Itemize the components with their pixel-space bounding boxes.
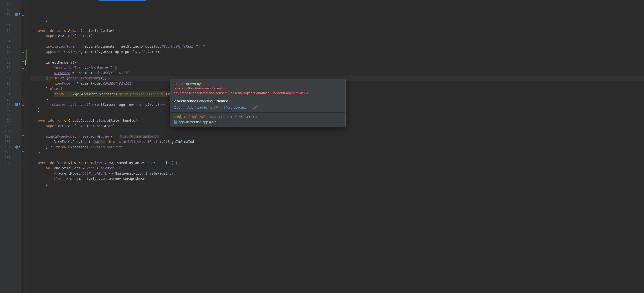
line-number[interactable]: 102	[0, 134, 10, 139]
line-number[interactable]: 103	[0, 139, 10, 144]
code-line[interactable]	[30, 128, 644, 134]
fold-handle-icon[interactable]	[22, 104, 24, 106]
fold-handle-icon[interactable]	[22, 67, 24, 69]
code-line[interactable]: } ?: throw Exception("Invalid Activity")	[30, 144, 644, 150]
popup-exception: java.lang.IllegalArgumentException	[174, 86, 342, 91]
module-folder-icon	[174, 121, 177, 124]
code-line[interactable]	[30, 155, 644, 160]
line-number[interactable]: 98	[0, 113, 10, 118]
line-number[interactable]: 105	[0, 150, 10, 155]
line-number[interactable]: 88	[0, 60, 10, 65]
code-line[interactable]	[30, 39, 644, 44]
code-line[interactable]: else -> NautmAnalytics.ConsentDevicePage…	[30, 176, 644, 181]
code-line[interactable]: super.onAttach(context)	[30, 33, 644, 39]
popup-title: Crash caused by:	[174, 82, 342, 86]
code-line[interactable]: override fun onAttach(context: Context) …	[30, 28, 644, 33]
fold-handle-icon[interactable]	[22, 51, 24, 53]
line-number[interactable]: 90	[0, 70, 10, 76]
fold-gutter[interactable]	[21, 0, 26, 293]
fold-handle-icon[interactable]	[22, 146, 24, 148]
fold-handle-icon[interactable]	[22, 56, 24, 58]
override-gutter-icon[interactable]	[15, 13, 18, 16]
code-line[interactable]: viewMode = FragmentMode.ACCEPT_INVITE	[30, 70, 644, 76]
line-number[interactable]: 93	[0, 86, 10, 91]
line-number[interactable]: 97	[0, 107, 10, 113]
vcs-change-mark	[26, 49, 27, 54]
line-number[interactable]: 91	[0, 76, 10, 81]
more-actions-link[interactable]: More actions…	[224, 105, 248, 109]
code-line[interactable]	[30, 23, 644, 28]
vcs-change-mark	[26, 54, 27, 60]
line-number[interactable]: 92	[0, 81, 10, 86]
line-number[interactable]: 77	[0, 2, 10, 7]
line-number[interactable]: 108	[0, 165, 10, 171]
line-number[interactable]: 89	[0, 65, 10, 70]
line-number[interactable]: 95	[0, 97, 10, 102]
override-gutter-icon[interactable]	[15, 103, 18, 106]
line-number[interactable]: 84	[0, 39, 10, 44]
line-number[interactable]: 86	[0, 49, 10, 54]
fold-handle-icon[interactable]	[22, 135, 24, 137]
code-line[interactable]: ViewModelProvider( owner: this, signInVi…	[30, 139, 644, 144]
code-editor[interactable]: 7778798081828384858687888990919293949596…	[0, 0, 644, 293]
declaration-signature: public final val INVITATION_TOKEN: Strin…	[174, 115, 342, 119]
line-number[interactable]: 80	[0, 17, 10, 23]
line-number[interactable]: 82	[0, 28, 10, 33]
fold-handle-icon[interactable]	[22, 72, 24, 74]
code-line[interactable]: injectMembers()	[30, 60, 644, 65]
code-line[interactable]: }	[30, 17, 644, 23]
line-number[interactable]: 101	[0, 128, 10, 134]
line-number[interactable]: 85	[0, 44, 10, 49]
fold-handle-icon[interactable]	[22, 14, 24, 16]
line-number-gutter[interactable]: 7778798081828384858687888990919293949596…	[0, 0, 14, 293]
occurrence-count: 2 occurrences	[174, 99, 198, 103]
code-line[interactable]: if (invitationToken.isNotEmpty()) {	[30, 65, 644, 70]
code-line[interactable]: }	[30, 181, 644, 187]
line-number[interactable]: 79	[0, 12, 10, 17]
fold-handle-icon[interactable]	[22, 151, 24, 153]
fold-handle-icon[interactable]	[22, 130, 24, 132]
popup-stats: 2 occurrences affecting 1 device	[170, 97, 345, 105]
popup-footer-more-icon[interactable]: ⋮	[338, 120, 343, 125]
fold-handle-icon[interactable]	[22, 83, 24, 84]
caret-gutter-mark	[26, 60, 26, 65]
shortcut-open: ⌥⇧⏎	[209, 106, 218, 109]
fold-handle-icon[interactable]	[22, 61, 24, 63]
line-number[interactable]: 81	[0, 23, 10, 28]
right-margin-guide	[235, 0, 236, 293]
line-number[interactable]: 107	[0, 160, 10, 165]
line-number[interactable]: 78	[0, 7, 10, 12]
line-number[interactable]: 96	[0, 102, 10, 107]
fold-handle-icon[interactable]	[22, 3, 24, 5]
module-location: app-distribution.app.main	[174, 120, 342, 124]
code-line[interactable]: appId = requireArguments().getString(Arg…	[30, 49, 644, 54]
gutter-icons[interactable]	[14, 0, 21, 293]
popup-location: dev.firebase.appdistribution.consent.Con…	[174, 91, 342, 96]
line-number[interactable]: 100	[0, 123, 10, 128]
line-number[interactable]: 87	[0, 54, 10, 60]
open-app-insights-link[interactable]: Open in App Insights	[174, 105, 207, 109]
shortcut-more: ⌥⏎	[250, 106, 257, 109]
line-number[interactable]: 83	[0, 33, 10, 39]
line-number[interactable]: 104	[0, 144, 10, 150]
line-number[interactable]: 94	[0, 91, 10, 97]
code-line[interactable]: override fun onViewCreated(view: View, s…	[30, 160, 644, 165]
code-area[interactable]: } override fun onAttach(context: Context…	[28, 0, 644, 293]
code-line[interactable]: val analyticEvent = when (viewMode) {	[30, 165, 644, 171]
line-number[interactable]: 99	[0, 118, 10, 123]
code-line[interactable]: }	[30, 150, 644, 155]
code-line[interactable]: invitationToken = requireArguments().get…	[30, 44, 644, 49]
code-line[interactable]: FragmentMode.ACCEPT_INVITE -> NautmAnaly…	[30, 171, 644, 176]
code-line[interactable]: signInViewModel = activity?.run { this: …	[30, 134, 644, 139]
crash-insight-popup: ⋮ Crash caused by: java.lang.IllegalArgu…	[170, 79, 346, 127]
device-count: 1 device	[214, 99, 228, 103]
fold-handle-icon[interactable]	[22, 93, 24, 95]
code-line[interactable]	[30, 54, 644, 60]
line-number[interactable]: 106	[0, 155, 10, 160]
vcs-gutter	[26, 0, 28, 293]
fold-handle-icon[interactable]	[22, 167, 24, 169]
fold-handle-icon[interactable]	[22, 120, 24, 122]
override-gutter-icon[interactable]	[15, 145, 18, 149]
